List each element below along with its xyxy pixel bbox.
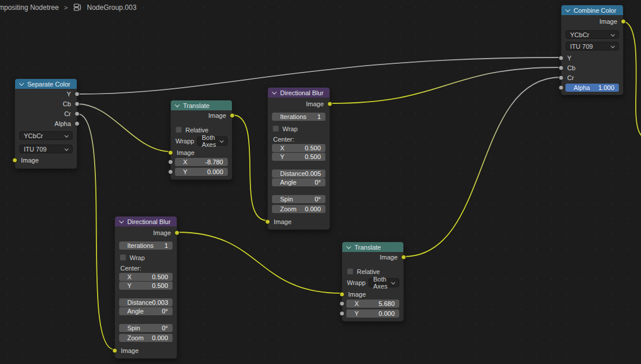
collapse-chevron-icon[interactable] (272, 89, 277, 94)
mode-dropdown[interactable]: YCbCr (565, 30, 619, 39)
x-field[interactable]: X -8.780 (175, 158, 228, 166)
node-combine-color[interactable]: Combine Color Image YCbCr ITU 709 Y Cb C… (561, 5, 624, 95)
output-row-image: Image (115, 228, 177, 237)
socket-input-image[interactable] (112, 348, 117, 353)
wire-separate-cb-to-translate1-image[interactable] (77, 104, 170, 152)
wire-combine-image-out[interactable] (624, 21, 641, 142)
socket-input-x[interactable] (168, 160, 173, 165)
zoom-field[interactable]: Zoom 0.000 (272, 205, 325, 213)
distance-field[interactable]: Distance 0.005 (272, 170, 325, 178)
socket-output-image[interactable] (401, 254, 406, 260)
zoom-label: Zoom (280, 206, 296, 212)
node-translate-1[interactable]: Translate Image Relative Wrapp Both Axes… (170, 100, 232, 180)
x-field-value: 5.680 (378, 300, 395, 307)
wire-blur2-to-translate2-image[interactable] (177, 232, 342, 293)
output-row-image: Image (561, 16, 623, 26)
node-header-translate-1[interactable]: Translate (171, 100, 232, 110)
socket-output-image[interactable] (327, 101, 332, 106)
y-field[interactable]: Y 0.000 (175, 168, 228, 176)
collapse-chevron-icon[interactable] (119, 218, 124, 223)
wire-separate-cr-to-blur2-image[interactable] (77, 114, 114, 349)
collapse-chevron-icon[interactable] (175, 102, 180, 107)
socket-output-alpha[interactable] (74, 121, 80, 126)
angle-field[interactable]: Angle 0° (119, 307, 173, 315)
mode-dropdown-value: YCbCr (570, 31, 589, 38)
center-y-field[interactable]: Y 0.500 (272, 153, 325, 161)
node-directional-blur-1[interactable]: Directional Blur Image Iterations 1 Wrap… (267, 87, 330, 230)
socket-output-y[interactable] (74, 91, 80, 96)
y-field[interactable]: Y 0.000 (346, 309, 399, 318)
input-label-cb: Cb (567, 64, 575, 71)
socket-output-image[interactable] (174, 230, 180, 235)
socket-input-image[interactable] (339, 291, 345, 297)
center-x-label: X (127, 273, 131, 280)
zoom-value: 0.000 (305, 206, 321, 212)
node-title: Directional Blur (127, 218, 171, 225)
socket-input-image[interactable] (12, 157, 17, 163)
spin-value: 0° (162, 325, 168, 331)
input-row-image: Image (115, 345, 177, 355)
center-x-field[interactable]: X 0.500 (119, 273, 173, 281)
standard-dropdown[interactable]: ITU 709 (565, 42, 619, 51)
breadcrumb-group-name[interactable]: NodeGroup.003 (87, 3, 137, 12)
x-field-value: -8.780 (205, 158, 223, 165)
socket-output-image[interactable] (621, 19, 626, 24)
socket-input-y[interactable] (168, 170, 173, 175)
wire-translate1-to-blur1-image[interactable] (232, 115, 267, 221)
wrap-checkbox[interactable] (120, 254, 126, 261)
mode-dropdown[interactable]: YCbCr (19, 131, 73, 140)
input-row-image: Image (15, 155, 77, 165)
socket-input-image[interactable] (168, 150, 173, 155)
output-row-image: Image (268, 99, 330, 109)
wrap-dropdown[interactable]: Both Axes (197, 136, 228, 146)
node-header-directional-blur-2[interactable]: Directional Blur (115, 217, 177, 226)
socket-output-cb[interactable] (74, 101, 80, 106)
alpha-value: 1.000 (598, 84, 614, 91)
socket-output-cr[interactable] (74, 111, 80, 116)
x-field[interactable]: X 5.680 (346, 300, 399, 308)
iterations-field[interactable]: Iterations 1 (119, 242, 173, 250)
wrap-checkbox[interactable] (273, 125, 279, 132)
socket-input-image[interactable] (265, 219, 270, 224)
socket-input-y[interactable] (339, 311, 345, 316)
wrap-dropdown[interactable]: Both Axes (368, 278, 399, 287)
center-y-field[interactable]: Y 0.500 (119, 282, 173, 290)
spin-field[interactable]: Spin 0° (272, 195, 325, 203)
iterations-field[interactable]: Iterations 1 (272, 113, 325, 121)
breadcrumb-tree-name[interactable]: mpositing Nodetree (0, 3, 59, 12)
input-label-cr: Cr (567, 74, 574, 81)
center-y-field-row: Y 0.500 (115, 282, 177, 290)
node-header-separate-color[interactable]: Separate Color (15, 79, 77, 89)
relative-checkbox[interactable] (176, 127, 182, 133)
center-x-field[interactable]: X 0.500 (272, 144, 325, 152)
angle-field[interactable]: Angle 0° (272, 178, 325, 186)
wire-blur1-to-combine-cb[interactable] (330, 67, 561, 103)
socket-input-cb[interactable] (558, 65, 564, 70)
node-separate-color[interactable]: Separate Color Y Cb Cr Alpha YCbCr ITU 7… (15, 78, 77, 169)
node-header-combine-color[interactable]: Combine Color (561, 5, 623, 15)
wrap-label: Wrapp (176, 138, 194, 145)
node-header-translate-2[interactable]: Translate (342, 242, 403, 252)
node-directional-blur-2[interactable]: Directional Blur Image Iterations 1 Wrap… (114, 216, 177, 359)
collapse-chevron-icon[interactable] (565, 7, 570, 12)
socket-input-y[interactable] (558, 55, 564, 60)
standard-dropdown[interactable]: ITU 709 (19, 145, 73, 153)
zoom-field[interactable]: Zoom 0.000 (119, 334, 173, 342)
distance-field[interactable]: Distance 0.003 (119, 298, 173, 307)
socket-input-alpha[interactable] (558, 85, 564, 91)
collapse-chevron-icon[interactable] (19, 81, 24, 85)
relative-checkbox[interactable] (347, 268, 353, 275)
distance-field-row: Distance 0.005 (268, 170, 330, 178)
socket-output-image[interactable] (230, 113, 235, 118)
iterations-label: Iterations (280, 113, 306, 120)
node-translate-2[interactable]: Translate Image Relative Wrapp Both Axes… (342, 242, 404, 322)
socket-input-cr[interactable] (558, 75, 564, 80)
wrap-checkbox-row: Wrap (268, 124, 330, 133)
collapse-chevron-icon[interactable] (346, 244, 351, 248)
node-header-directional-blur-1[interactable]: Directional Blur (268, 88, 330, 98)
spin-field[interactable]: Spin 0° (119, 324, 173, 332)
angle-value: 0° (314, 179, 321, 186)
socket-input-x[interactable] (339, 301, 345, 307)
alpha-slider[interactable]: Alpha 1.000 (565, 84, 619, 92)
output-row-image: Image (171, 110, 232, 120)
